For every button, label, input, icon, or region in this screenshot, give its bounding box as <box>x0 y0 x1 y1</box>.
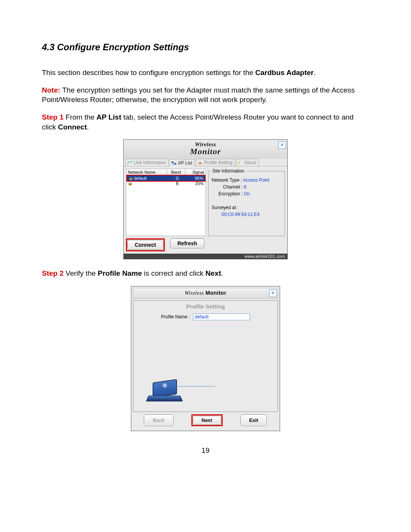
back-button[interactable]: Back <box>144 414 173 426</box>
next-highlight: Next <box>191 414 223 426</box>
channel-label: Channel : <box>223 184 244 190</box>
step2-b: is correct and click <box>142 269 206 277</box>
step2-c: . <box>221 269 223 277</box>
question-icon: ? <box>238 160 243 165</box>
intro-text-b: . <box>314 69 315 77</box>
mac-address-value: 00:C0:49:54:11:E4 <box>212 212 282 217</box>
tab-ap-list[interactable]: AP List <box>169 159 195 166</box>
intro-bold: Cardbus Adapter <box>255 69 314 77</box>
wireless-monitor-ap-list-window: Wireless Monitor × Link Information AP L… <box>123 139 288 259</box>
tab-profile-label: Profile Setting <box>204 160 233 165</box>
tab-about[interactable]: ? About <box>236 159 259 166</box>
tab-link-information[interactable]: Link Information <box>125 159 169 166</box>
close-icon[interactable]: × <box>269 289 277 297</box>
tab-aplist-label: AP List <box>178 160 192 166</box>
antenna-icon <box>162 382 168 388</box>
note-label: Note: <box>42 86 61 94</box>
cell-name: default <box>134 176 147 181</box>
ap-list-pane: Network Name Band Signal default G 95% <box>126 169 206 236</box>
step2-label: Step 2 <box>42 269 64 277</box>
step1-label: Step 1 <box>42 113 64 121</box>
signal-icon <box>127 160 132 165</box>
step1-c: . <box>87 123 89 131</box>
hand-icon <box>198 160 203 165</box>
tab-about-label: About <box>244 160 256 165</box>
svg-point-0 <box>131 161 132 163</box>
encryption-value: On <box>244 191 250 197</box>
step1-bold-connect: Connect <box>58 123 87 131</box>
app-logo: Wireless Monitor <box>190 141 221 157</box>
page-number: 19 <box>42 446 369 455</box>
encryption-label: Encryption : <box>218 191 244 197</box>
list-row[interactable]: default G 95% <box>127 176 205 181</box>
connect-highlight: Connect <box>126 238 165 251</box>
tab-strip: Link Information AP List Profile Setting… <box>124 159 287 166</box>
window-titlebar: Wireless Monitor × <box>133 288 278 299</box>
note-text: The encryption settings you set for the … <box>42 86 355 104</box>
list-row[interactable]: B 20% <box>126 181 206 186</box>
cell-band: B <box>169 181 185 186</box>
refresh-button[interactable]: Refresh <box>170 238 204 248</box>
next-button[interactable]: Next <box>193 416 221 425</box>
network-icon <box>171 161 177 165</box>
close-icon[interactable]: × <box>278 141 286 149</box>
laptop-illustration <box>145 380 191 407</box>
window-titlebar: Wireless Monitor × <box>124 140 287 159</box>
cell-band: G <box>169 176 185 181</box>
step1-a: From the <box>64 113 97 121</box>
svg-rect-1 <box>172 161 174 163</box>
note-paragraph: Note: The encryption settings you set fo… <box>42 85 369 105</box>
col-band[interactable]: Band <box>167 169 185 175</box>
step2-paragraph: Step 2 Verify the Profile Name is correc… <box>42 268 369 278</box>
intro-paragraph: This section describes how to configure … <box>42 68 369 78</box>
step2-bold-profilename: Profile Name <box>98 269 142 277</box>
lock-icon <box>128 182 132 185</box>
cell-signal: 95% <box>185 176 205 181</box>
logo-monitor: Monitor <box>190 147 221 157</box>
footer-url: www.airlink101.com <box>124 254 287 259</box>
lock-icon <box>129 176 133 180</box>
svg-rect-2 <box>174 163 176 165</box>
step2-bold-next: Next <box>206 269 221 277</box>
col-signal[interactable]: Signal <box>185 169 206 175</box>
ap-list-header: Network Name Band Signal <box>126 169 206 176</box>
profile-setting-title: Profile Setting <box>134 301 277 313</box>
logo-wireless: Wireless <box>185 290 204 296</box>
wireless-monitor-profile-window: Wireless Monitor × Profile Setting Profi… <box>131 286 280 431</box>
intro-text-a: This section describes how to configure … <box>42 69 255 77</box>
logo-monitor: Monitor <box>206 290 226 296</box>
step2-a: Verify the <box>64 269 98 277</box>
app-logo: Wireless Monitor <box>185 290 226 296</box>
connect-button[interactable]: Connect <box>127 240 163 250</box>
ap-list-body[interactable]: default G 95% B 20% <box>126 175 206 236</box>
profile-setting-panel: Profile Setting Profile Name : <box>133 300 278 412</box>
exit-button[interactable]: Exit <box>241 414 267 426</box>
tab-profile-setting[interactable]: Profile Setting <box>196 159 235 166</box>
site-information-panel: Site Information Network Type : Access P… <box>208 171 285 236</box>
profile-name-input[interactable] <box>193 313 250 320</box>
step1-paragraph: Step 1 From the AP List tab, select the … <box>42 112 369 132</box>
surveyed-label: Surveyed at : <box>212 205 239 210</box>
step1-bold-aplist: AP List <box>97 113 121 121</box>
cell-signal: 20% <box>185 181 205 186</box>
channel-value: 6 <box>244 184 247 190</box>
nettype-label: Network Type : <box>212 177 243 183</box>
col-network-name[interactable]: Network Name <box>126 169 167 175</box>
nettype-value: Access Point <box>243 177 269 183</box>
section-heading: 4.3 Configure Encryption Settings <box>42 42 369 53</box>
profile-name-label: Profile Name : <box>161 314 190 320</box>
tab-link-label: Link Information <box>134 160 166 165</box>
site-info-legend: Site Information <box>211 168 246 174</box>
